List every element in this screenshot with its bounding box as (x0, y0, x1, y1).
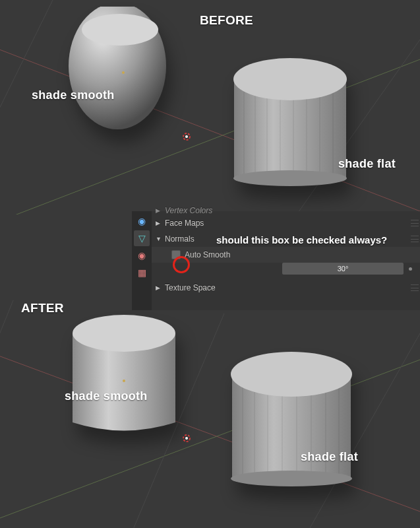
cylinder-flat-icon (227, 53, 359, 198)
auto-smooth-row: Auto Smooth (152, 247, 420, 263)
tab-texture[interactable]: ▦ (134, 265, 150, 280)
label-after: AFTER (21, 301, 64, 315)
properties-tab-column: ◉ ▽ ◉ ▦ (132, 211, 152, 310)
world-origin-icon (181, 131, 193, 143)
svg-point-26 (123, 380, 125, 382)
panel-row-texspace[interactable]: ▶ Texture Space (152, 280, 420, 296)
angle-slider[interactable]: 30° (282, 263, 404, 275)
svg-point-6 (122, 71, 125, 74)
svg-point-36 (231, 352, 352, 397)
auto-smooth-checkbox[interactable] (171, 250, 181, 259)
world-origin-icon (181, 432, 193, 444)
panel-label: Face Maps (165, 218, 204, 228)
panel-label: Vertex Colors (165, 206, 212, 215)
svg-point-39 (185, 437, 188, 440)
keyframe-dot-icon[interactable] (409, 267, 412, 271)
label-flat-before: shade flat (338, 157, 396, 171)
svg-point-25 (73, 315, 175, 352)
svg-point-5 (82, 14, 158, 46)
auto-smooth-label: Auto Smooth (185, 250, 230, 259)
tab-material[interactable]: ◉ (134, 248, 150, 263)
viewport-before[interactable] (0, 0, 420, 214)
panel-label: Texture Space (165, 283, 216, 292)
panel-row-facemaps[interactable]: ▶ Face Maps (152, 215, 420, 231)
tab-data[interactable]: ▽ (134, 230, 150, 246)
object-smooth-before[interactable] (66, 7, 171, 141)
label-smooth-before: shade smooth (32, 88, 115, 102)
cylinder-smooth-icon (65, 307, 183, 446)
panel-body: ▶ Vertex Colors ▶ Face Maps ▼ Normals Au… (152, 211, 420, 310)
properties-panel: ◉ ▽ ◉ ▦ ▶ Vertex Colors ▶ Face Maps ▼ No… (132, 211, 420, 310)
svg-point-37 (231, 471, 352, 486)
svg-point-19 (185, 135, 188, 138)
svg-point-16 (233, 58, 347, 100)
drag-handle-icon[interactable] (411, 220, 419, 226)
label-before: BEFORE (200, 13, 253, 28)
label-smooth-after: shade smooth (65, 389, 148, 403)
object-flat-after[interactable] (224, 346, 363, 501)
label-flat-after: shade flat (301, 450, 358, 464)
cylinder-smooth-icon (66, 7, 171, 139)
panel-label: Normals (165, 234, 195, 244)
svg-point-17 (233, 170, 347, 186)
object-flat-before[interactable] (227, 53, 359, 201)
annotation-question: should this box be checked always? (216, 234, 387, 246)
cylinder-flat-icon (224, 346, 363, 498)
tab-render[interactable]: ◉ (134, 213, 150, 229)
object-smooth-after[interactable] (65, 307, 183, 448)
angle-value: 30° (338, 265, 349, 273)
panel-row-vertexcolors[interactable]: ▶ Vertex Colors (152, 206, 420, 215)
drag-handle-icon[interactable] (411, 236, 419, 242)
svg-line-22 (0, 300, 13, 528)
svg-line-2 (0, 0, 53, 214)
drag-handle-icon[interactable] (411, 284, 419, 291)
